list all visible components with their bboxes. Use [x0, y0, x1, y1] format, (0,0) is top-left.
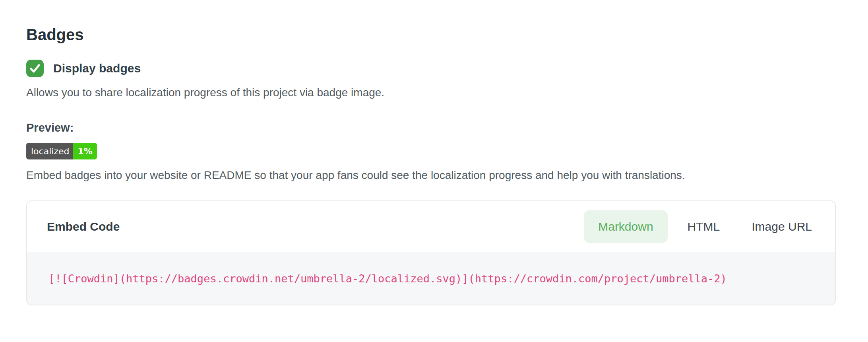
tab-image-url[interactable]: Image URL: [740, 210, 824, 243]
badge-label: localized: [26, 143, 73, 159]
embed-code-snippet[interactable]: [![Crowdin](https://badges.crowdin.net/u…: [48, 272, 727, 285]
embed-card-header: Embed Code Markdown HTML Image URL: [27, 201, 835, 252]
tab-html[interactable]: HTML: [676, 210, 732, 243]
display-badges-checkbox[interactable]: [26, 60, 44, 77]
embed-code-title: Embed Code: [47, 220, 120, 233]
display-badges-label: Display badges: [53, 62, 141, 75]
page-title: Badges: [26, 25, 836, 44]
preview-label: Preview:: [26, 121, 836, 134]
localization-badge: localized 1%: [26, 143, 97, 159]
embed-format-tabs: Markdown HTML Image URL: [584, 210, 824, 243]
badges-settings-section: Badges Display badges Allows you to shar…: [26, 25, 836, 305]
checkmark-icon: [29, 62, 41, 74]
display-badges-row: Display badges: [26, 60, 836, 77]
badge-value: 1%: [73, 143, 97, 159]
badges-description: Allows you to share localization progres…: [26, 85, 836, 100]
embed-code-card: Embed Code Markdown HTML Image URL [![Cr…: [26, 200, 836, 305]
tab-markdown[interactable]: Markdown: [584, 210, 667, 243]
embed-code-area[interactable]: [![Crowdin](https://badges.crowdin.net/u…: [27, 252, 835, 305]
embed-hint-text: Embed badges into your website or README…: [26, 168, 836, 183]
